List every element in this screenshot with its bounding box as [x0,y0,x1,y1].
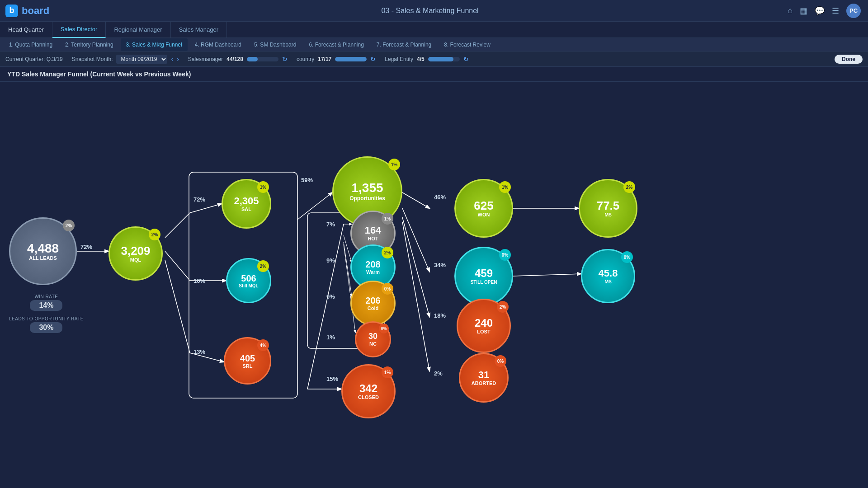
aborted-node[interactable]: 0% 31 ABORTED [459,353,509,403]
snapshot-label: Snapshot Month: [72,56,113,62]
pct-mql-sal: 72% [193,196,205,203]
win-rate-label: WIN RATE [9,294,84,299]
hot-value: 164 [365,225,382,236]
nav-tab-sd[interactable]: Sales Director [52,22,106,38]
nav-tab-rm[interactable]: Regional Manager [106,22,170,38]
sub-tab-2[interactable]: 2. Territory Planning [60,38,119,51]
pct-opp-nc: 1% [326,334,335,341]
warm-label: Warm [366,269,380,275]
sub-tab-5[interactable]: 5. SM Dashboard [249,38,302,51]
cold-badge: 0% [382,283,393,295]
still-mql-label: Still MQL [239,283,258,288]
still-open-badge: 0% [499,249,511,261]
svg-line-14 [307,224,344,389]
sub-tab-8[interactable]: 8. Forecast Review [439,38,496,51]
cold-node[interactable]: 0% 206 Cold [350,281,396,326]
cold-value: 206 [365,296,380,305]
srl-value: 405 [240,353,255,363]
salesmanager-refresh[interactable]: ↻ [282,56,288,63]
legal-entity-label: Legal Entity [385,56,413,62]
sub-tab-4[interactable]: 4. RGM Dashboard [189,38,247,51]
still-mql-value: 506 [241,273,256,283]
warm-value: 208 [365,259,380,269]
mql-node[interactable]: 2% 3,209 MQL [108,226,163,281]
all-leads-badge: 2% [63,220,75,231]
all-leads-node[interactable]: 2% 4,488 ALL LEADS [9,217,77,285]
opp-label: Opportunities [349,195,385,202]
user-avatar[interactable]: PC [846,4,861,18]
still-open-node[interactable]: 0% 459 STILL OPEN [454,247,513,305]
won-node[interactable]: 1% 625 WON [454,179,513,238]
won-value: 625 [474,199,493,212]
logo-icon: b [5,5,18,17]
open-ms-label: M$ [604,279,611,284]
srl-badge: 4% [257,339,269,351]
pct-opp-stillopen: 34% [434,262,446,268]
sal-label: SAL [241,206,251,212]
app-logo: board [22,5,49,17]
comment-icon[interactable]: 💬 [815,6,825,16]
pct-opp-aborted: 2% [434,370,443,377]
closed-badge: 1% [382,366,393,378]
lost-node[interactable]: 2% 240 LOST [457,299,511,353]
sub-tab-3[interactable]: 3. Sales & Mktg Funnel [121,38,188,51]
menu-icon[interactable]: ☰ [832,6,839,16]
lost-label: LOST [477,329,490,334]
still-mql-node[interactable]: 2% 506 Still MQL [226,258,271,303]
mql-badge: 2% [149,229,160,240]
mql-value: 3,209 [121,244,150,258]
aborted-label: ABORTED [472,380,496,386]
nc-label: NC [369,341,377,347]
country-value: 17/17 [318,56,331,62]
legal-entity-progress [428,57,460,61]
svg-line-17 [402,208,429,272]
legal-entity-value: 4/5 [417,56,425,62]
nav-tab-hq[interactable]: Head Quarter [0,22,52,38]
sub-tab-7[interactable]: 7. Forecast & Planning [371,38,437,51]
open-ms-node[interactable]: 0% 45.8 M$ [581,249,635,303]
grid-icon[interactable]: ▦ [800,6,807,16]
sub-tab-1[interactable]: 1. Quota Planning [4,38,58,51]
country-progress [335,57,367,61]
pct-mql-srl: 13% [193,348,205,355]
nav-tab-sm[interactable]: Sales Manager [171,22,227,38]
current-quarter-label: Current Quarter: Q.3/19 [5,56,63,62]
snapshot-month-select[interactable]: Month 09/2019 [116,55,167,64]
aborted-badge: 0% [495,355,506,367]
svg-line-18 [402,217,429,317]
pct-opp-closed: 15% [326,375,338,382]
legal-entity-refresh[interactable]: ↻ [463,56,469,63]
still-open-label: STILL OPEN [471,280,497,285]
open-ms-value: 45.8 [599,268,618,279]
srl-node[interactable]: 4% 405 SRL [224,337,271,385]
opp-badge: 1% [388,159,400,170]
closed-node[interactable]: 1% 342 CLOSED [341,364,396,418]
srl-label: SRL [243,363,253,369]
home-icon[interactable]: ⌂ [788,6,793,15]
snapshot-prev-arrow[interactable]: ‹ [171,56,173,63]
svg-line-1 [165,213,190,238]
svg-line-8 [297,192,332,220]
won-ms-value: 77.5 [597,199,620,212]
snapshot-next-arrow[interactable]: › [177,56,179,63]
sal-node[interactable]: 1% 2,305 SAL [222,179,271,229]
country-label: country [297,56,314,62]
won-ms-node[interactable]: 2% 77.5 M$ [579,179,637,238]
salesmanager-progress [247,57,278,61]
all-leads-label: ALL LEADS [29,255,57,261]
mql-label: MQL [130,257,141,263]
leads-to-opp-label: LEADS TO OPPORTUNITY RATE [9,316,84,321]
chart-title: YTD Sales Manager Funnel (Current Week v… [0,67,868,82]
svg-line-5 [165,260,190,353]
svg-line-19 [402,222,429,371]
aborted-value: 31 [478,370,489,380]
country-refresh[interactable]: ↻ [370,56,376,63]
done-button[interactable]: Done [835,55,863,64]
stats-box: WIN RATE 14% LEADS TO OPPORTUNITY RATE 3… [9,294,84,337]
sub-tab-6[interactable]: 6. Forecast & Planning [303,38,369,51]
svg-line-16 [402,192,429,208]
still-mql-badge: 2% [257,260,269,272]
lost-value: 240 [475,317,493,329]
all-leads-value: 4,488 [27,242,59,256]
nc-node[interactable]: 0% 30 NC [355,321,391,357]
